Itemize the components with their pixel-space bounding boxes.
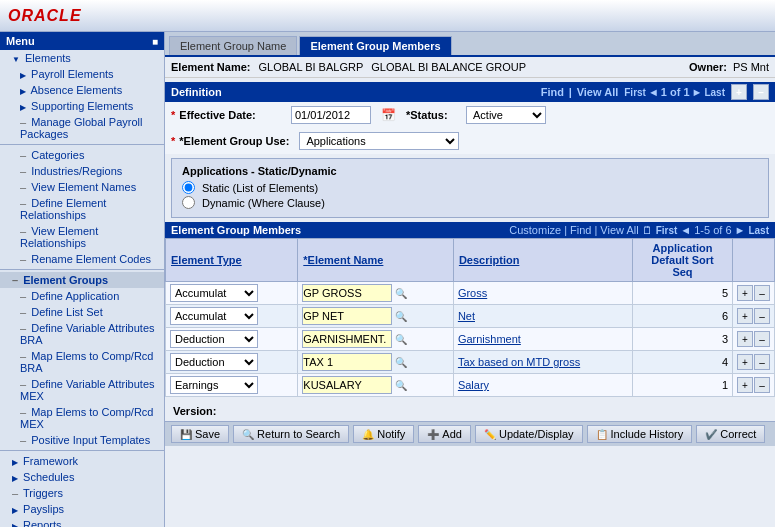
define-element-relationships-label: Define Element Relationships (20, 197, 106, 221)
notify-button[interactable]: 🔔 Notify (353, 425, 414, 443)
search-icon-1[interactable]: 🔍 (395, 288, 407, 299)
description-link-3[interactable]: Garnishment (458, 333, 521, 345)
element-type-sort-link[interactable]: Element Type (171, 254, 242, 266)
nav-next-icon[interactable]: ► (692, 86, 703, 98)
description-link-4[interactable]: Tax based on MTD gross (458, 356, 580, 368)
correct-button[interactable]: ✔️ Correct (696, 425, 765, 443)
sidebar-item-define-list-set[interactable]: – Define List Set (0, 304, 164, 320)
sidebar-item-elements[interactable]: Elements (0, 50, 164, 66)
pagination-first[interactable]: First (624, 87, 646, 98)
sidebar-item-define-variable-bra[interactable]: – Define Variable Attributes BRA (0, 320, 164, 348)
element-name-input-5[interactable] (302, 376, 392, 394)
table-nav-prev[interactable]: ◄ (680, 224, 691, 236)
sidebar-item-framework[interactable]: Framework (0, 453, 164, 469)
sidebar-item-map-elems-bra[interactable]: – Map Elems to Comp/Rcd BRA (0, 348, 164, 376)
sidebar-item-payslips[interactable]: Payslips (0, 501, 164, 517)
include-history-button[interactable]: 📋 Include History (587, 425, 693, 443)
sidebar-item-categories[interactable]: – Categories (0, 147, 164, 163)
element-name-input-1[interactable] (302, 284, 392, 302)
element-name-input-3[interactable] (302, 330, 392, 348)
add-row-btn[interactable]: + (731, 84, 747, 100)
table-customize-link[interactable]: Customize (509, 224, 561, 236)
element-type-select-2[interactable]: Accumulat Deduction Earnings (170, 307, 258, 325)
add-row-3[interactable]: + (737, 331, 753, 347)
dynamic-radio[interactable] (182, 196, 195, 209)
sidebar-item-define-application[interactable]: – Define Application (0, 288, 164, 304)
sidebar-item-reports[interactable]: Reports (0, 517, 164, 527)
table-export-icon[interactable]: 🗒 (642, 224, 653, 236)
table-view-all-link[interactable]: View All (600, 224, 638, 236)
element-description-value: GLOBAL BI BALANCE GROUP (371, 61, 526, 73)
remove-row-3[interactable]: – (754, 331, 770, 347)
sidebar-item-define-element-relationships[interactable]: – Define Element Relationships (0, 195, 164, 223)
nav-prev-icon[interactable]: ◄ (648, 86, 659, 98)
dash-icon16: – (12, 487, 18, 499)
effective-date-input[interactable] (291, 106, 371, 124)
element-type-select-5[interactable]: Accumulat Deduction Earnings (170, 376, 258, 394)
description-link-1[interactable]: Gross (458, 287, 487, 299)
element-name-sort-link[interactable]: *Element Name (303, 254, 383, 266)
description-sort-link[interactable]: Description (459, 254, 520, 266)
manage-global-label: Manage Global Payroll Packages (20, 116, 142, 140)
element-group-use-select[interactable]: Applications Payroll (299, 132, 459, 150)
remove-row-5[interactable]: – (754, 377, 770, 393)
add-row-1[interactable]: + (737, 285, 753, 301)
element-type-select-3[interactable]: Accumulat Deduction Earnings (170, 330, 258, 348)
table-nav-next[interactable]: ► (735, 224, 746, 236)
element-group-use-row: *Element Group Use: Applications Payroll (165, 128, 775, 154)
element-name-input-4[interactable] (302, 353, 392, 371)
definition-title: Definition (171, 86, 222, 98)
description-link-2[interactable]: Net (458, 310, 475, 322)
remove-row-2[interactable]: – (754, 308, 770, 324)
add-button[interactable]: ➕ Add (418, 425, 471, 443)
description-link-5[interactable]: Salary (458, 379, 489, 391)
col-app-default-sort-seq: ApplicationDefault SortSeq (632, 239, 732, 282)
element-name-input-2[interactable] (302, 307, 392, 325)
sidebar-item-map-elems-mex[interactable]: – Map Elems to Comp/Rcd MEX (0, 404, 164, 432)
table-pagination-first[interactable]: First (656, 225, 678, 236)
sidebar-item-schedules[interactable]: Schedules (0, 469, 164, 485)
sidebar-close-icon[interactable]: ■ (152, 36, 158, 47)
add-row-4[interactable]: + (737, 354, 753, 370)
tab-element-group-name[interactable]: Element Group Name (169, 36, 297, 55)
col-element-type[interactable]: Element Type (166, 239, 298, 282)
element-type-select-1[interactable]: Accumulat Deduction Earnings (170, 284, 258, 302)
sidebar-item-triggers[interactable]: – Triggers (0, 485, 164, 501)
save-button[interactable]: 💾 Save (171, 425, 229, 443)
sidebar-item-supporting-elements[interactable]: Supporting Elements (0, 98, 164, 114)
definition-view-all-link[interactable]: View All (577, 86, 619, 98)
col-description[interactable]: Description (453, 239, 632, 282)
static-radio[interactable] (182, 181, 195, 194)
search-icon-3[interactable]: 🔍 (395, 334, 407, 345)
pagination-last[interactable]: Last (704, 87, 725, 98)
table-pagination-last[interactable]: Last (748, 225, 769, 236)
sidebar-item-define-variable-mex[interactable]: – Define Variable Attributes MEX (0, 376, 164, 404)
return-to-search-button[interactable]: 🔍 Return to Search (233, 425, 349, 443)
sidebar-item-manage-global[interactable]: – Manage Global Payroll Packages (0, 114, 164, 142)
add-row-2[interactable]: + (737, 308, 753, 324)
col-element-name[interactable]: *Element Name (298, 239, 454, 282)
sidebar-item-absence-elements[interactable]: Absence Elements (0, 82, 164, 98)
table-find-link[interactable]: Find (570, 224, 591, 236)
sidebar-item-view-element-relationships[interactable]: – View Element Relationships (0, 223, 164, 251)
search-icon-2[interactable]: 🔍 (395, 311, 407, 322)
remove-row-btn[interactable]: – (753, 84, 769, 100)
table-row: Accumulat Deduction Earnings 🔍 Tax based… (166, 351, 775, 374)
sidebar-item-rename-element-codes[interactable]: – Rename Element Codes (0, 251, 164, 267)
sidebar-item-industries-regions[interactable]: – Industries/Regions (0, 163, 164, 179)
add-row-5[interactable]: + (737, 377, 753, 393)
sidebar-item-view-element-names[interactable]: – View Element Names (0, 179, 164, 195)
calendar-icon[interactable]: 📅 (381, 108, 396, 122)
update-display-button[interactable]: ✏️ Update/Display (475, 425, 583, 443)
sidebar-item-positive-input[interactable]: – Positive Input Templates (0, 432, 164, 448)
sidebar-item-payroll-elements[interactable]: Payroll Elements (0, 66, 164, 82)
element-type-select-4[interactable]: Accumulat Deduction Earnings (170, 353, 258, 371)
status-select[interactable]: Active Inactive (466, 106, 546, 124)
remove-row-4[interactable]: – (754, 354, 770, 370)
remove-row-1[interactable]: – (754, 285, 770, 301)
search-icon-4[interactable]: 🔍 (395, 357, 407, 368)
search-icon-5[interactable]: 🔍 (395, 380, 407, 391)
tab-element-group-members[interactable]: Element Group Members (299, 36, 451, 55)
definition-find-link[interactable]: Find (541, 86, 564, 98)
sidebar-item-element-groups[interactable]: – Element Groups (0, 272, 164, 288)
